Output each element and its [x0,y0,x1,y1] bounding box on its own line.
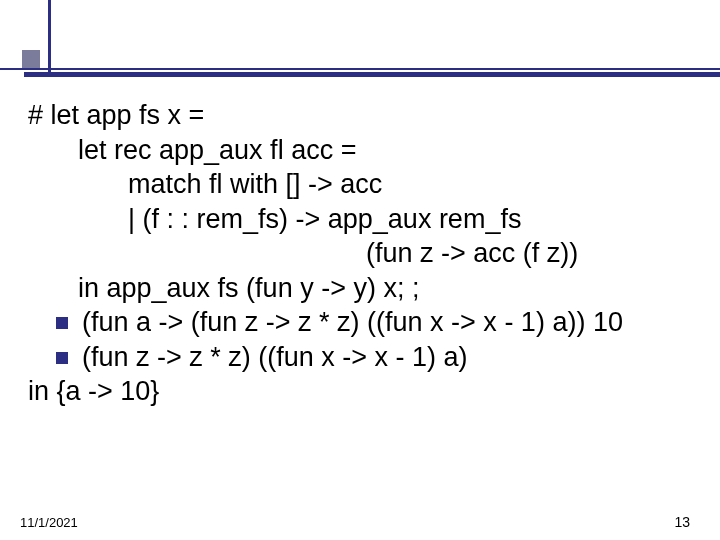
bullet-icon [56,317,68,329]
bullet-icon [56,352,68,364]
code-line-3: match fl with [] -> acc [128,167,382,202]
code-line-5: (fun z -> acc (f z)) [366,236,578,271]
footer-date: 11/1/2021 [20,515,78,530]
header-line-thin [0,68,720,70]
code-line-9: in {a -> 10} [28,374,159,409]
code-bullet-2: (fun z -> z * z) ((fun x -> x - 1) a) [82,340,468,375]
header-accent-square [22,50,40,68]
slide: # let app fs x = let rec app_aux fl acc … [0,0,720,540]
code-line-4: | (f : : rem_fs) -> app_aux rem_fs [128,202,521,237]
header-decoration [0,0,720,90]
code-line-6: in app_aux fs (fun y -> y) x; ; [78,271,419,306]
slide-content: # let app fs x = let rec app_aux fl acc … [28,98,700,409]
header-line-vertical [48,0,51,77]
code-bullet-1: (fun a -> (fun z -> z * z) ((fun x -> x … [82,305,623,340]
code-line-1: # let app fs x = [28,98,204,133]
footer-page-number: 13 [674,514,690,530]
code-line-2: let rec app_aux fl acc = [78,133,356,168]
header-line-thick [24,72,720,77]
